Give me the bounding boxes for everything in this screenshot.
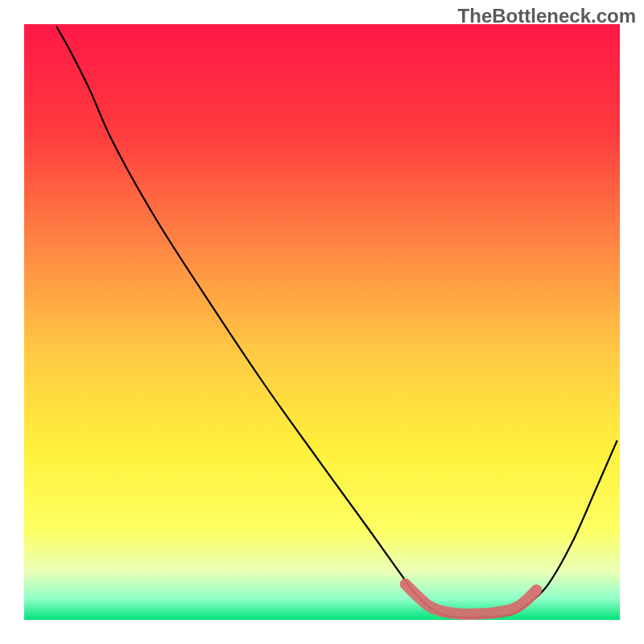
bottleneck-chart: TheBottleneck.com [0,0,644,644]
plot-background [24,24,620,620]
chart-svg [0,0,644,644]
watermark-text: TheBottleneck.com [458,5,636,27]
